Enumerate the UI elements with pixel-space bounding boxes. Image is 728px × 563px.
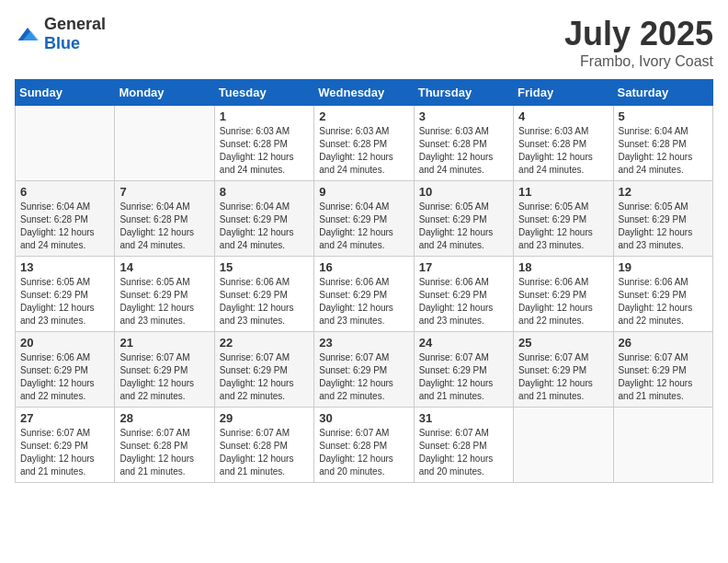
day-info: Sunrise: 6:04 AMSunset: 6:29 PMDaylight:… — [319, 201, 408, 252]
day-cell: 18Sunrise: 6:06 AMSunset: 6:29 PMDayligh… — [514, 257, 613, 332]
day-cell: 5Sunrise: 6:04 AMSunset: 6:28 PMDaylight… — [613, 106, 712, 181]
day-info: Sunrise: 6:07 AMSunset: 6:29 PMDaylight:… — [20, 427, 109, 478]
day-info: Sunrise: 6:04 AMSunset: 6:28 PMDaylight:… — [619, 125, 708, 177]
day-cell: 2Sunrise: 6:03 AMSunset: 6:28 PMDaylight… — [314, 106, 414, 181]
title-block: July 2025 Frambo, Ivory Coast — [564, 15, 713, 70]
day-info: Sunrise: 6:07 AMSunset: 6:28 PMDaylight:… — [319, 427, 408, 478]
day-info: Sunrise: 6:07 AMSunset: 6:29 PMDaylight:… — [119, 351, 209, 403]
day-number: 27 — [20, 411, 109, 425]
day-number: 28 — [119, 411, 209, 425]
day-number: 31 — [419, 411, 508, 425]
logo: General Blue — [15, 15, 106, 53]
day-cell: 20Sunrise: 6:06 AMSunset: 6:29 PMDayligh… — [16, 332, 115, 408]
day-info: Sunrise: 6:06 AMSunset: 6:29 PMDaylight:… — [619, 276, 708, 327]
day-number: 25 — [518, 336, 608, 350]
day-cell: 19Sunrise: 6:06 AMSunset: 6:29 PMDayligh… — [613, 257, 712, 332]
day-number: 18 — [518, 260, 608, 274]
day-info: Sunrise: 6:04 AMSunset: 6:28 PMDaylight:… — [119, 201, 209, 252]
col-header-saturday: Saturday — [613, 80, 712, 106]
day-info: Sunrise: 6:07 AMSunset: 6:29 PMDaylight:… — [220, 351, 309, 403]
header-row: SundayMondayTuesdayWednesdayThursdayFrid… — [16, 80, 713, 106]
day-cell: 3Sunrise: 6:03 AMSunset: 6:28 PMDaylight… — [414, 106, 513, 181]
day-info: Sunrise: 6:05 AMSunset: 6:29 PMDaylight:… — [419, 201, 508, 252]
day-cell: 11Sunrise: 6:05 AMSunset: 6:29 PMDayligh… — [514, 181, 613, 257]
week-row-5: 27Sunrise: 6:07 AMSunset: 6:29 PMDayligh… — [16, 408, 713, 483]
day-number: 3 — [419, 109, 508, 123]
day-number: 12 — [619, 185, 708, 199]
day-info: Sunrise: 6:07 AMSunset: 6:29 PMDaylight:… — [619, 351, 708, 403]
day-number: 10 — [419, 185, 508, 199]
day-number: 24 — [419, 336, 508, 350]
header: General Blue July 2025 Frambo, Ivory Coa… — [15, 15, 713, 70]
day-info: Sunrise: 6:04 AMSunset: 6:29 PMDaylight:… — [220, 201, 309, 252]
day-info: Sunrise: 6:03 AMSunset: 6:28 PMDaylight:… — [319, 125, 408, 177]
day-cell: 31Sunrise: 6:07 AMSunset: 6:28 PMDayligh… — [414, 408, 513, 483]
day-number: 11 — [518, 185, 608, 199]
day-cell: 7Sunrise: 6:04 AMSunset: 6:28 PMDaylight… — [115, 181, 214, 257]
col-header-sunday: Sunday — [16, 80, 115, 106]
day-number: 9 — [319, 185, 408, 199]
day-number: 2 — [319, 109, 408, 123]
day-cell: 16Sunrise: 6:06 AMSunset: 6:29 PMDayligh… — [314, 257, 414, 332]
day-cell — [613, 408, 712, 483]
day-cell: 24Sunrise: 6:07 AMSunset: 6:29 PMDayligh… — [414, 332, 513, 408]
day-info: Sunrise: 6:06 AMSunset: 6:29 PMDaylight:… — [220, 276, 309, 327]
day-cell: 17Sunrise: 6:06 AMSunset: 6:29 PMDayligh… — [414, 257, 513, 332]
col-header-tuesday: Tuesday — [214, 80, 313, 106]
day-number: 30 — [319, 411, 408, 425]
day-info: Sunrise: 6:04 AMSunset: 6:28 PMDaylight:… — [20, 201, 109, 252]
day-number: 17 — [419, 260, 508, 274]
day-number: 6 — [20, 185, 109, 199]
day-info: Sunrise: 6:05 AMSunset: 6:29 PMDaylight:… — [20, 276, 109, 327]
day-cell: 26Sunrise: 6:07 AMSunset: 6:29 PMDayligh… — [613, 332, 712, 408]
day-info: Sunrise: 6:07 AMSunset: 6:28 PMDaylight:… — [119, 427, 209, 478]
day-number: 21 — [119, 336, 209, 350]
day-number: 15 — [220, 260, 309, 274]
day-number: 23 — [319, 336, 408, 350]
subtitle: Frambo, Ivory Coast — [564, 53, 713, 70]
day-number: 4 — [518, 109, 608, 123]
day-number: 1 — [220, 109, 309, 123]
day-cell: 29Sunrise: 6:07 AMSunset: 6:28 PMDayligh… — [214, 408, 313, 483]
day-info: Sunrise: 6:06 AMSunset: 6:29 PMDaylight:… — [20, 351, 109, 403]
day-info: Sunrise: 6:05 AMSunset: 6:29 PMDaylight:… — [619, 201, 708, 252]
day-cell: 23Sunrise: 6:07 AMSunset: 6:29 PMDayligh… — [314, 332, 414, 408]
day-number: 7 — [119, 185, 209, 199]
day-cell: 8Sunrise: 6:04 AMSunset: 6:29 PMDaylight… — [214, 181, 313, 257]
day-number: 13 — [20, 260, 109, 274]
col-header-wednesday: Wednesday — [314, 80, 414, 106]
day-info: Sunrise: 6:05 AMSunset: 6:29 PMDaylight:… — [119, 276, 209, 327]
week-row-4: 20Sunrise: 6:06 AMSunset: 6:29 PMDayligh… — [16, 332, 713, 408]
week-row-3: 13Sunrise: 6:05 AMSunset: 6:29 PMDayligh… — [16, 257, 713, 332]
day-number: 19 — [619, 260, 708, 274]
week-row-2: 6Sunrise: 6:04 AMSunset: 6:28 PMDaylight… — [16, 181, 713, 257]
day-cell: 28Sunrise: 6:07 AMSunset: 6:28 PMDayligh… — [115, 408, 214, 483]
day-cell: 22Sunrise: 6:07 AMSunset: 6:29 PMDayligh… — [214, 332, 313, 408]
day-info: Sunrise: 6:03 AMSunset: 6:28 PMDaylight:… — [518, 125, 608, 177]
day-number: 29 — [220, 411, 309, 425]
day-cell: 21Sunrise: 6:07 AMSunset: 6:29 PMDayligh… — [115, 332, 214, 408]
day-info: Sunrise: 6:07 AMSunset: 6:29 PMDaylight:… — [319, 351, 408, 403]
day-number: 16 — [319, 260, 408, 274]
day-cell: 12Sunrise: 6:05 AMSunset: 6:29 PMDayligh… — [613, 181, 712, 257]
day-cell: 25Sunrise: 6:07 AMSunset: 6:29 PMDayligh… — [514, 332, 613, 408]
day-cell — [514, 408, 613, 483]
main-title: July 2025 — [564, 15, 713, 53]
day-number: 5 — [619, 109, 708, 123]
day-cell: 4Sunrise: 6:03 AMSunset: 6:28 PMDaylight… — [514, 106, 613, 181]
logo-general: General — [44, 15, 106, 33]
calendar: SundayMondayTuesdayWednesdayThursdayFrid… — [15, 79, 713, 483]
day-cell: 15Sunrise: 6:06 AMSunset: 6:29 PMDayligh… — [214, 257, 313, 332]
col-header-friday: Friday — [514, 80, 613, 106]
day-number: 26 — [619, 336, 708, 350]
day-info: Sunrise: 6:07 AMSunset: 6:28 PMDaylight:… — [220, 427, 309, 478]
day-cell: 30Sunrise: 6:07 AMSunset: 6:28 PMDayligh… — [314, 408, 414, 483]
day-cell: 14Sunrise: 6:05 AMSunset: 6:29 PMDayligh… — [115, 257, 214, 332]
logo-text: General Blue — [44, 15, 106, 53]
day-cell: 13Sunrise: 6:05 AMSunset: 6:29 PMDayligh… — [16, 257, 115, 332]
day-cell: 27Sunrise: 6:07 AMSunset: 6:29 PMDayligh… — [16, 408, 115, 483]
day-number: 20 — [20, 336, 109, 350]
day-info: Sunrise: 6:03 AMSunset: 6:28 PMDaylight:… — [220, 125, 309, 177]
day-info: Sunrise: 6:06 AMSunset: 6:29 PMDaylight:… — [319, 276, 408, 327]
day-number: 14 — [119, 260, 209, 274]
